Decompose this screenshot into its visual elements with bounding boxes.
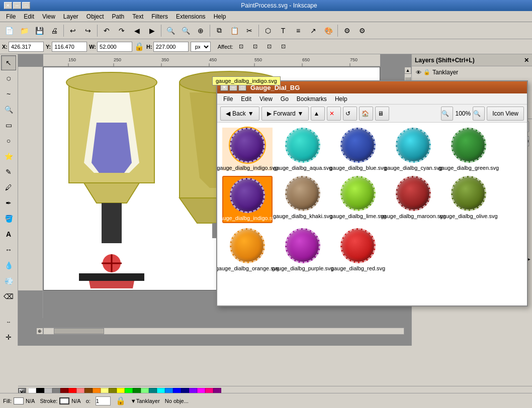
fb-item-green[interactable]: gauge_dialbg_green.svg (444, 128, 494, 171)
crosshair-tool[interactable]: ✛ (1, 330, 16, 345)
w-input[interactable] (97, 42, 132, 52)
affect-btn3[interactable]: ⊡ (263, 41, 276, 52)
forward-btn2[interactable]: ▶ (145, 24, 159, 38)
fb-item-cyan[interactable]: gauge_dialbg_cyan.svg (388, 128, 438, 171)
zoom-tool[interactable]: 🔍 (1, 102, 16, 117)
fb-menu-bookmarks[interactable]: Bookmarks (293, 94, 331, 104)
flip-h-tool[interactable]: ↔ (1, 314, 16, 329)
fb-content[interactable]: gauge_dialbg_indigo.svg gauge_dialbg_ind… (217, 123, 527, 305)
save-btn[interactable]: 💾 (32, 24, 46, 38)
xml-btn[interactable]: ⚙ (340, 24, 354, 38)
calligraphy-tool[interactable]: ✒ (1, 195, 16, 211)
node-btn[interactable]: ⬡ (261, 24, 275, 38)
menu-file[interactable]: File (2, 12, 20, 21)
redo-btn[interactable]: ↷ (115, 24, 129, 38)
undo-btn[interactable]: ↶ (100, 24, 114, 38)
select-tool[interactable]: ↖ (1, 55, 16, 70)
copy-btn[interactable]: ⧉ (212, 24, 226, 38)
minimize-button[interactable]: ─ (13, 2, 21, 9)
h-input[interactable] (153, 42, 189, 52)
scrollbar-horizontal[interactable] (43, 328, 404, 335)
forward-dropdown-icon[interactable]: ▼ (298, 110, 304, 117)
connector-tool[interactable]: ↔ (1, 242, 16, 257)
fill-color-box[interactable] (14, 397, 24, 404)
fb-zoom-in-btn[interactable]: 🔍 (473, 107, 485, 121)
text-tool-btn[interactable]: T (276, 24, 290, 38)
menu-layer[interactable]: Layer (59, 12, 82, 21)
lock-icon[interactable]: 🔒 (134, 42, 144, 51)
cut-btn[interactable]: ✂ (242, 24, 256, 38)
import-btn[interactable]: ↩ (66, 24, 80, 38)
menu-filters[interactable]: Filters (147, 12, 172, 21)
affect-btn1[interactable]: ⊡ (235, 41, 247, 52)
fb-item-purple[interactable]: gauge_dialbg_purple.svg (278, 228, 328, 271)
fb-item-orange[interactable]: gauge_dialbg_orange.svg (222, 228, 273, 271)
dropper-tool[interactable]: 💧 (1, 258, 16, 273)
fb-icon-view-btn[interactable]: Icon View (487, 107, 524, 121)
bucket-tool[interactable]: 🪣 (1, 211, 16, 226)
x-input[interactable] (9, 42, 44, 52)
fb-item-indigo2[interactable]: gauge_dialbg_indigo.svg (222, 176, 273, 223)
fb-menu-view[interactable]: View (255, 94, 277, 104)
transform-btn[interactable]: ↗ (306, 24, 320, 38)
print-btn[interactable]: 🖨 (47, 24, 61, 38)
scrollbar-h-thumb[interactable] (54, 328, 104, 334)
pencil-tool[interactable]: ✎ (1, 164, 16, 179)
menu-object[interactable]: Object (82, 12, 108, 21)
fb-menu-file[interactable]: File (219, 94, 237, 104)
open-btn[interactable]: 📁 (17, 24, 31, 38)
node-tool[interactable]: ⬡ (1, 71, 16, 86)
fb-item-olive[interactable]: gauge_dialbg_olive.svg (444, 176, 494, 223)
fb-computer-btn[interactable]: 🖥 (375, 107, 389, 121)
paste-btn[interactable]: 📋 (227, 24, 241, 38)
rect-tool[interactable]: ▭ (1, 118, 16, 133)
layer-lock-icon[interactable]: 🔒 (423, 69, 430, 75)
fb-menu-go[interactable]: Go (277, 94, 293, 104)
close-button[interactable]: ✕ (4, 2, 12, 9)
fb-zoom-out-btn[interactable]: 🔍 (441, 107, 453, 121)
export-btn[interactable]: ↪ (81, 24, 95, 38)
fb-up-btn[interactable]: ▲ (311, 107, 325, 121)
back-dropdown-icon[interactable]: ▼ (248, 110, 254, 117)
pen-tool[interactable]: 🖊 (1, 180, 16, 195)
fb-forward-btn[interactable]: ▶ Forward ▼ (261, 107, 309, 121)
fb-item-lime[interactable]: gauge_dialbg_lime.svg (333, 176, 383, 223)
maximize-button[interactable]: □ (22, 2, 30, 9)
zoom-fit-btn[interactable]: ⊕ (194, 24, 208, 38)
back-btn[interactable]: ◀ (130, 24, 144, 38)
zoom-indicator[interactable]: ⊕ (36, 328, 43, 335)
menu-edit[interactable]: Edit (20, 12, 38, 21)
current-layer[interactable]: ▼Tanklayer (131, 398, 160, 404)
prefs-btn[interactable]: ⚙ (355, 24, 369, 38)
fb-back-btn[interactable]: ◀ Back ▼ (220, 107, 259, 121)
stroke-color-box[interactable] (59, 397, 69, 404)
menu-path[interactable]: Path (108, 12, 129, 21)
menu-help[interactable]: Help (210, 12, 230, 21)
spray-tool[interactable]: 💨 (1, 273, 16, 288)
zoom-in-btn[interactable]: 🔍 (163, 24, 178, 38)
menu-view[interactable]: View (38, 12, 59, 21)
eraser-tool[interactable]: ⌫ (1, 289, 16, 304)
layer-tanklayer[interactable]: 👁 🔒 Tanklayer (412, 66, 532, 78)
opacity-status-input[interactable] (96, 396, 111, 405)
fb-item-khaki[interactable]: gauge_dialbg_khaki.svg (278, 176, 328, 223)
fb-menu-edit[interactable]: Edit (237, 94, 255, 104)
fb-menu-help[interactable]: Help (331, 94, 351, 104)
layers-panel-close[interactable]: ✕ (524, 57, 529, 64)
y-input[interactable] (52, 42, 87, 52)
fb-item-maroon[interactable]: gauge_dialbg_maroon.svg (388, 176, 438, 223)
fb-refresh-btn[interactable]: ↺ (343, 107, 357, 121)
circle-tool[interactable]: ○ (1, 133, 16, 148)
fb-item-aqua[interactable]: gauge_dialbg_aqua.svg (278, 128, 328, 171)
tweak-tool[interactable]: ~ (1, 86, 16, 101)
align-btn[interactable]: ≡ (291, 24, 305, 38)
text-tool[interactable]: A (1, 227, 16, 242)
units-select[interactable]: pxmmcmin (191, 42, 211, 52)
fb-item-blue[interactable]: gauge_dialbg_blue.svg (333, 128, 383, 171)
fb-home-btn[interactable]: 🏠 (359, 107, 373, 121)
lock-status-icon[interactable]: 🔒 (116, 396, 126, 405)
fill-btn[interactable]: 🎨 (321, 24, 335, 38)
new-btn[interactable]: 📄 (2, 24, 16, 38)
affect-btn2[interactable]: ⊡ (249, 41, 261, 52)
menu-extensions[interactable]: Extensions (172, 12, 210, 21)
